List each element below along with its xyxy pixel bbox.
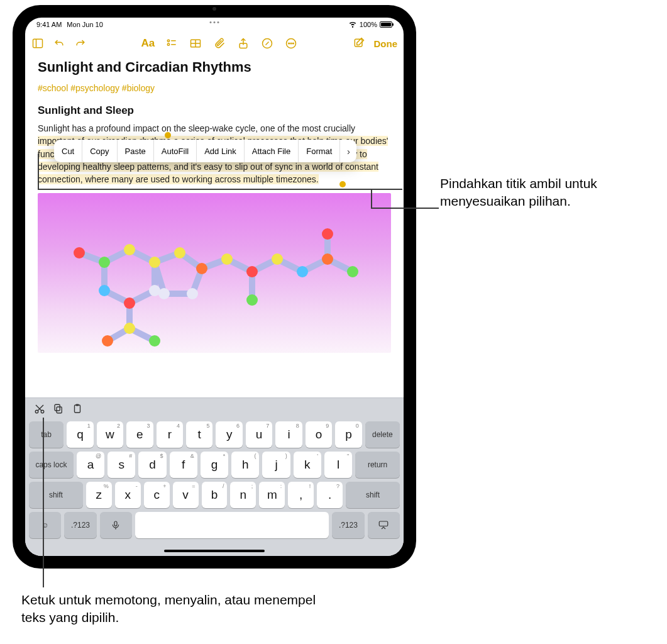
markup-icon[interactable] <box>261 37 273 50</box>
attachment-icon[interactable] <box>213 37 226 50</box>
key-numeric-right[interactable]: .?123 <box>332 512 364 538</box>
svg-rect-58 <box>75 405 80 413</box>
cut-icon[interactable] <box>34 403 45 414</box>
key-h[interactable]: h( <box>231 452 259 478</box>
key-n[interactable]: n; <box>230 482 256 508</box>
key-dictation[interactable] <box>100 512 132 538</box>
table-icon[interactable] <box>189 37 202 50</box>
menu-more-arrow-icon[interactable]: › <box>340 146 356 157</box>
menu-attachfile[interactable]: Attach File <box>245 140 299 162</box>
key-.[interactable]: .? <box>317 482 343 508</box>
svg-point-51 <box>347 266 358 277</box>
key-u[interactable]: u7 <box>246 421 272 448</box>
svg-point-4 <box>168 43 170 45</box>
paste-icon[interactable] <box>72 403 83 414</box>
callout-line-right-v1 <box>38 153 39 190</box>
note-body[interactable]: Sunlight and Circadian Rhythms #school #… <box>25 55 404 397</box>
key-z[interactable]: z% <box>86 482 112 508</box>
callout-line-bottom-v <box>43 418 44 587</box>
menu-paste[interactable]: Paste <box>118 140 154 162</box>
key-o[interactable]: o9 <box>306 421 332 448</box>
callout-line-right-v2 <box>371 189 372 208</box>
svg-rect-57 <box>55 404 60 411</box>
key-k[interactable]: k' <box>294 452 321 478</box>
key-w[interactable]: w2 <box>97 421 123 448</box>
key-p[interactable]: p0 <box>335 421 361 448</box>
menu-copy[interactable]: Copy <box>82 140 117 162</box>
text-format-icon[interactable]: Aa <box>141 37 154 50</box>
key-t[interactable]: t5 <box>186 421 212 448</box>
key-s[interactable]: s# <box>107 452 135 478</box>
key-shift-right[interactable]: shift <box>346 482 400 508</box>
share-icon[interactable] <box>237 37 250 50</box>
keyboard-shortcut-bar <box>25 397 404 419</box>
key-a[interactable]: a@ <box>77 452 104 478</box>
key-d[interactable]: d$ <box>138 452 166 478</box>
note-title[interactable]: Sunlight and Circadian Rhythms <box>38 59 391 75</box>
paragraph-prefix[interactable]: Sunlight has a profound impact on the sl… <box>38 123 355 133</box>
svg-point-34 <box>174 247 185 258</box>
more-icon[interactable] <box>285 37 297 50</box>
svg-point-14 <box>293 43 294 44</box>
home-indicator-area <box>25 547 404 556</box>
svg-point-48 <box>297 266 308 277</box>
key-hide-keyboard[interactable] <box>368 512 400 538</box>
key-tab[interactable]: tab <box>29 421 63 448</box>
multitask-dots-icon[interactable] <box>210 21 219 23</box>
key-r[interactable]: r4 <box>157 421 183 448</box>
key-emoji[interactable]: ☺ <box>29 512 61 538</box>
menu-addlink[interactable]: Add Link <box>197 140 245 162</box>
front-camera <box>192 6 236 11</box>
callout-grab-handle: Pindahkan titik ambil untuk menyesuaikan… <box>440 175 660 211</box>
callout-line-right-h2 <box>371 208 439 209</box>
key-j[interactable]: j) <box>262 452 290 478</box>
copy-icon[interactable] <box>53 403 64 414</box>
key-f[interactable]: f& <box>170 452 197 478</box>
note-tags[interactable]: #school #psychology #biology <box>38 83 391 93</box>
key-x[interactable]: x- <box>115 482 141 508</box>
svg-point-45 <box>246 266 258 277</box>
selection-handle-start[interactable] <box>165 132 171 138</box>
done-button[interactable]: Done <box>374 38 398 49</box>
key-numeric-left[interactable]: .?123 <box>64 512 96 538</box>
undo-icon[interactable] <box>53 37 65 50</box>
svg-marker-17 <box>155 253 202 294</box>
compose-icon[interactable] <box>353 37 365 50</box>
key-b[interactable]: b/ <box>202 482 228 508</box>
key-capslock[interactable]: caps lock <box>29 452 74 478</box>
checklist-icon[interactable] <box>165 37 178 50</box>
menu-autofill[interactable]: AutoFill <box>154 140 197 162</box>
key-y[interactable]: y6 <box>216 421 242 448</box>
molecule-image[interactable] <box>38 193 391 353</box>
key-i[interactable]: i8 <box>275 421 302 448</box>
svg-point-49 <box>322 253 333 265</box>
key-q[interactable]: q1 <box>67 421 93 448</box>
callout-line-right-h <box>38 189 402 190</box>
key-g[interactable]: g* <box>201 452 228 478</box>
key-c[interactable]: c+ <box>144 482 170 508</box>
key-space[interactable] <box>135 512 329 538</box>
sidebar-toggle-icon[interactable] <box>31 37 44 50</box>
menu-format[interactable]: Format <box>299 140 340 162</box>
svg-point-42 <box>102 335 113 347</box>
svg-point-40 <box>99 285 110 296</box>
key-v[interactable]: v= <box>173 482 199 508</box>
battery-percent: 100% <box>360 21 377 28</box>
note-subheading[interactable]: Sunlight and Sleep <box>38 104 391 117</box>
home-indicator[interactable] <box>164 550 265 552</box>
notes-toolbar: Aa Done <box>25 31 404 55</box>
redo-icon[interactable] <box>74 37 87 50</box>
key-,[interactable]: ,! <box>288 482 314 508</box>
key-l[interactable]: l" <box>324 452 352 478</box>
key-return[interactable]: return <box>355 452 400 478</box>
selection-handle-end[interactable] <box>339 181 346 187</box>
status-date: Mon Jun 10 <box>67 21 102 28</box>
svg-marker-16 <box>104 250 155 303</box>
key-shift-left[interactable]: shift <box>29 482 83 508</box>
menu-cut[interactable]: Cut <box>54 140 82 162</box>
key-e[interactable]: e3 <box>126 421 153 448</box>
svg-point-31 <box>99 257 110 268</box>
key-m[interactable]: m: <box>259 482 285 508</box>
key-delete[interactable]: delete <box>365 421 400 448</box>
svg-point-12 <box>289 43 290 44</box>
